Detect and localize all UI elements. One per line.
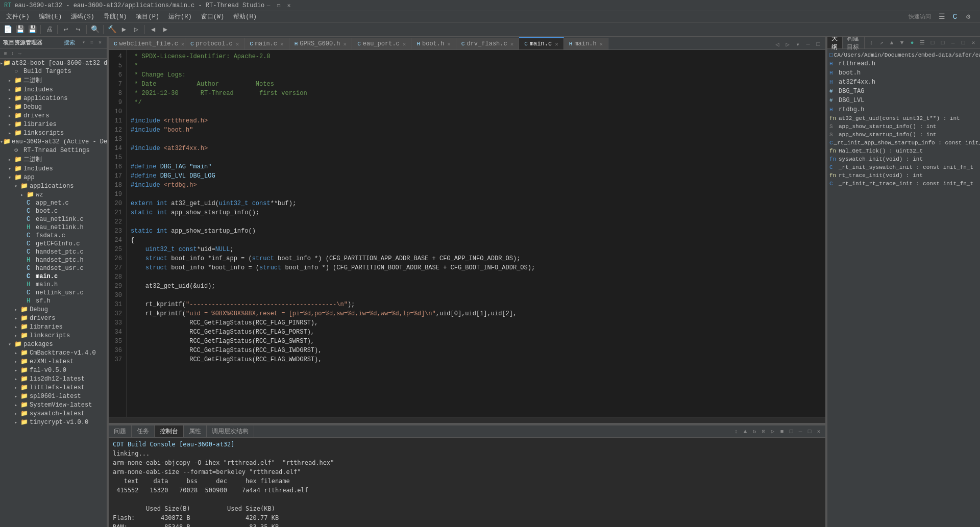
tab-eau-port-close[interactable]: ✕	[403, 41, 406, 47]
tree-item-10[interactable]: ⚙RT-Thread Settings	[0, 146, 107, 155]
tree-item-38[interactable]: ▸📁littlefs-latest	[0, 383, 107, 392]
tab-main-1[interactable]: C main.c ✕	[244, 38, 289, 49]
panel-close-btn[interactable]: ✕	[96, 39, 104, 46]
tree-item-25[interactable]: Cmain.c	[0, 272, 107, 281]
outline-hal-tick[interactable]: fn Hal_Get_Tick() : uint32_t	[827, 147, 980, 155]
undo-btn[interactable]: ↩	[60, 24, 71, 35]
outline-rtdbg-h[interactable]: H rtdbg.h	[827, 105, 980, 114]
tree-item-24[interactable]: Chandset_usr.c	[0, 264, 107, 272]
view-toggle-btn[interactable]: ☰	[936, 11, 947, 22]
save-btn[interactable]: 💾	[14, 24, 26, 35]
tree-item-7[interactable]: ▸📁libraries	[0, 120, 107, 129]
bottom-tab-problems[interactable]: 问题	[109, 425, 132, 437]
outline-path[interactable]: □ CA/Users/Admin/Documents/embed-data/sa…	[827, 51, 980, 59]
print-btn[interactable]: 🖨	[43, 24, 55, 35]
outline-boot-h[interactable]: H boot.h	[827, 68, 980, 78]
tree-item-11[interactable]: ▸📁二进制	[0, 155, 107, 164]
code-line-5[interactable]: *	[131, 61, 821, 70]
tree-item-15[interactable]: ▸📁wz	[0, 190, 107, 199]
tree-item-22[interactable]: Chandset_ptc.c	[0, 248, 107, 256]
code-line-15[interactable]	[131, 153, 821, 162]
code-line-17[interactable]: #define DBG_LVL DBG_LOG	[131, 171, 821, 181]
bottom-ctrl-9[interactable]: □	[805, 427, 814, 436]
tree-item-13[interactable]: ▾📁app	[0, 173, 107, 182]
debug-btn[interactable]: ▶	[118, 24, 130, 35]
bottom-tab-properties[interactable]: 属性	[184, 425, 207, 437]
outline-init-app[interactable]: C _rt_init_app_show_startup_info : const…	[827, 139, 980, 147]
menu-file[interactable]: 文件(F)	[2, 11, 34, 22]
tab-main-active-close[interactable]: ✕	[555, 41, 558, 47]
tree-item-2[interactable]: ▸📁二进制	[0, 76, 107, 85]
code-line-28[interactable]	[131, 272, 821, 282]
tree-item-40[interactable]: ▸📁SystemView-latest	[0, 400, 107, 409]
bottom-tab-callhierarchy[interactable]: 调用层次结构	[207, 425, 254, 437]
tab-boot-h-close[interactable]: ✕	[447, 41, 451, 47]
code-line-4[interactable]: * SPDX-License-Identifier: Apache-2.0	[131, 52, 821, 61]
tab-menu[interactable]: ▾	[793, 39, 803, 49]
menu-edit[interactable]: 编辑(E)	[35, 11, 66, 22]
code-line-22[interactable]	[131, 217, 821, 227]
tab-protocol-close[interactable]: ✕	[236, 41, 239, 47]
tree-item-5[interactable]: ▸📁Debug	[0, 103, 107, 111]
tab-main-1-close[interactable]: ✕	[280, 41, 284, 47]
tree-item-3[interactable]: ▸📁Includes	[0, 85, 107, 94]
search-btn[interactable]: 🔍	[89, 24, 101, 35]
tree-item-30[interactable]: ▸📁drivers	[0, 314, 107, 322]
tab-max[interactable]: □	[813, 39, 823, 49]
bottom-ctrl-8[interactable]: —	[796, 427, 805, 436]
bottom-ctrl-10[interactable]: ✕	[814, 427, 823, 436]
search-tab[interactable]: 搜索	[64, 39, 75, 46]
code-line-18[interactable]: #include <rtdbg.h>	[131, 181, 821, 190]
bottom-ctrl-1[interactable]: ↕	[731, 427, 741, 436]
tab-main-h[interactable]: H main.h ✕	[564, 38, 608, 49]
menu-project[interactable]: 项目(P)	[132, 11, 163, 22]
outline-syswatch[interactable]: fn syswatch_init(void) : int	[827, 155, 980, 163]
menu-source[interactable]: 源码(S)	[67, 11, 99, 22]
bottom-ctrl-4[interactable]: ⊡	[759, 427, 768, 436]
code-line-21[interactable]: static int app_show_startup_info();	[131, 208, 821, 217]
right-ctrl-3[interactable]: ▲	[887, 38, 896, 47]
tree-item-19[interactable]: Heau_netlink.h	[0, 223, 107, 232]
tree-item-28[interactable]: Hsf.h	[0, 297, 107, 305]
outline-app-show-2[interactable]: S app_show_startup_info() : int	[827, 131, 980, 139]
outline-rt-trace[interactable]: fn rt_trace_init(void) : int	[827, 171, 980, 180]
outline-at32-getuid[interactable]: fn at32_get_uid(const uint32_t**) : int	[827, 114, 980, 122]
tree-item-6[interactable]: ▸📁drivers	[0, 111, 107, 120]
code-line-24[interactable]: {	[131, 236, 821, 245]
tab-gprs-close[interactable]: ✕	[344, 41, 347, 47]
code-line-31[interactable]: rt_kprintf("----------------------------…	[131, 300, 821, 309]
tree-ctrl1[interactable]: ⊞	[2, 50, 9, 57]
outline-init-syswatch[interactable]: C _rt_init_syswatch_init : const init_fn…	[827, 163, 980, 171]
tab-scroll-right[interactable]: ▷	[782, 39, 793, 49]
tab-webclient-close[interactable]: ✕	[181, 41, 185, 47]
code-line-8[interactable]: * 2021-12-30 RT-Thread first version	[131, 89, 821, 98]
code-line-30[interactable]	[131, 291, 821, 300]
tree-item-37[interactable]: ▸📁lis2dh12-latest	[0, 374, 107, 383]
project-tree[interactable]: ▸📁at32-boot [eau-3600-at32 dev-dn... ○Bu…	[0, 59, 107, 527]
tab-drv-flash-close[interactable]: ✕	[510, 41, 514, 47]
right-ctrl-10[interactable]: □	[959, 38, 968, 47]
menu-run[interactable]: 运行(R)	[164, 11, 196, 22]
outline-dbg-lvl[interactable]: # DBG_LVL	[827, 96, 980, 105]
editor-horizontal-scrollbar[interactable]	[109, 417, 825, 423]
right-ctrl-1[interactable]: ↕	[867, 38, 876, 47]
tree-item-42[interactable]: ▸📁tinycrypt-v1.0.0	[0, 418, 107, 426]
tab-protocol[interactable]: C protocol.c ✕	[185, 38, 244, 49]
tree-item-17[interactable]: Cboot.c	[0, 207, 107, 215]
minimize-button[interactable]: —	[264, 2, 273, 10]
right-ctrl-7[interactable]: □	[928, 38, 937, 47]
tree-item-31[interactable]: ▸📁libraries	[0, 322, 107, 331]
right-ctrl-2[interactable]: ↗	[877, 38, 886, 47]
code-line-32[interactable]: rt_kprintf("uid = %08X%08X%08X,reset = […	[131, 309, 821, 318]
run-btn[interactable]: ▷	[131, 24, 142, 35]
outline-init-trace[interactable]: C _rt_init_rt_trace_init : const init_fn…	[827, 180, 980, 188]
tree-item-33[interactable]: ▾📁packages	[0, 340, 107, 348]
code-line-7[interactable]: * Date Author Notes	[131, 80, 821, 89]
tree-item-23[interactable]: Hhandset_ptc.h	[0, 256, 107, 264]
tree-item-0[interactable]: ▸📁at32-boot [eau-3600-at32 dev-dn...	[0, 59, 107, 67]
tab-min[interactable]: —	[803, 39, 813, 49]
code-line-14[interactable]: #include <at32f4xx.h>	[131, 144, 821, 153]
tree-item-20[interactable]: Cfsdata.c	[0, 232, 107, 240]
tree-item-39[interactable]: ▸📁spl0601-latest	[0, 392, 107, 400]
code-line-25[interactable]: uint32_t const*uid=NULL;	[131, 245, 821, 254]
